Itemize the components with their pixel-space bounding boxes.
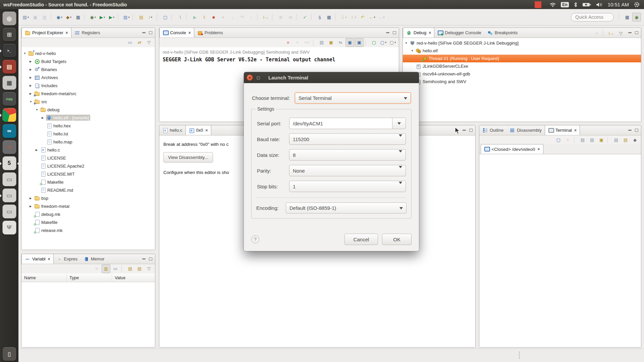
terminal-session-tab[interactable]: <Closed> /dev/video0 ×: [481, 144, 543, 154]
expand-arrow-icon[interactable]: ▶: [30, 84, 34, 87]
scroll-lock-button[interactable]: ▤: [578, 136, 587, 144]
restart-button[interactable]: i→: [262, 13, 270, 21]
scroll-lock-button[interactable]: ▣: [327, 38, 335, 47]
word-wrap-button[interactable]: ⇋: [336, 38, 345, 47]
tree-item[interactable]: ▶ ▣ freedom-metal/src: [21, 89, 155, 98]
restart-button[interactable]: i→: [607, 29, 616, 38]
tab-variables[interactable]: (x)= Variabl ×: [21, 254, 54, 264]
build-button[interactable]: ◆ ▾: [64, 13, 73, 21]
column-header[interactable]: Name: [21, 274, 67, 282]
dropdown-arrow-icon[interactable]: ▾: [355, 16, 356, 19]
maximize-button[interactable]: [635, 31, 638, 34]
resume-button[interactable]: ▶: [191, 13, 199, 21]
wifi-icon[interactable]: [549, 2, 556, 7]
save-button[interactable]: ▣: [31, 13, 40, 21]
field-combo[interactable]: 115200: [289, 133, 406, 145]
remove-all-terminated-button[interactable]: ×: [592, 29, 601, 38]
load-symbols-button[interactable]: §: [315, 13, 324, 21]
step-return-button[interactable]: ↑: [247, 13, 256, 21]
pin-editor-button[interactable]: ↧ ▾: [339, 13, 348, 21]
external-tools-button[interactable]: ▶ ▾: [107, 13, 116, 21]
terminal-settings-button[interactable]: ◆: [631, 136, 639, 144]
view-menu-button[interactable]: ▽: [616, 29, 625, 38]
tab-disassembly[interactable]: Disassembly: [506, 125, 545, 135]
new-button[interactable]: ▤ ▾: [21, 13, 30, 21]
expand-arrow-icon[interactable]: ▶: [36, 148, 40, 152]
close-icon[interactable]: ×: [48, 257, 50, 261]
debug-tree-item[interactable]: Semihosting and SWV: [403, 78, 641, 85]
field-combo[interactable]: 8: [289, 149, 406, 161]
tab-registers[interactable]: 1010 0101 Registers: [71, 28, 103, 38]
tree-item[interactable]: ◎ Makefile: [21, 178, 155, 186]
tree-item[interactable]: ▼ debug: [21, 106, 155, 114]
show-type-names-button[interactable]: ≡: [92, 264, 101, 273]
session-gear-icon[interactable]: [634, 1, 640, 8]
launcher-chrome[interactable]: [2, 108, 16, 122]
remove-launch-button[interactable]: ×: [293, 38, 302, 47]
ok-button[interactable]: OK: [382, 234, 412, 245]
clock[interactable]: 10:51 AM: [608, 2, 629, 7]
volume-icon[interactable]: [596, 2, 603, 7]
dropdown-arrow-icon[interactable]: ▾: [104, 16, 105, 19]
dropdown-arrow-icon[interactable]: ▾: [345, 16, 346, 19]
launcher-ubuntu-dash[interactable]: ◎: [2, 11, 16, 25]
combo-dropdown-button[interactable]: [392, 118, 406, 129]
dropdown-arrow-icon[interactable]: ▾: [70, 16, 71, 19]
tab-memory[interactable]: Memor: [80, 254, 107, 264]
search-button[interactable]: / ▾: [146, 13, 155, 21]
debug-button[interactable]: ◉ ▾: [89, 13, 97, 21]
tab-hello-c[interactable]: c hello.c: [159, 125, 185, 135]
dropdown-arrow-icon[interactable]: ▾: [95, 16, 96, 19]
tree-item[interactable]: ▶ bsp: [21, 194, 155, 202]
clear-terminal-button[interactable]: ▤: [588, 136, 596, 144]
tree-item[interactable]: ▶ c hello.c: [21, 146, 155, 154]
disconnect-terminal-button[interactable]: ×: [564, 136, 572, 144]
sash-handle[interactable]: [519, 352, 520, 359]
encoding-combo[interactable]: Default (ISO-8859-1): [286, 202, 407, 214]
display-selected-console-button[interactable]: ▢: [370, 38, 378, 47]
upload-button[interactable]: ◉ ▾: [55, 13, 64, 21]
step-over-button[interactable]: ↷: [237, 13, 246, 21]
choose-terminal-combo[interactable]: Serial Terminal: [295, 93, 411, 104]
tree-item[interactable]: LICENSE: [21, 154, 155, 162]
combo-dropdown-button[interactable]: [399, 184, 402, 189]
expand-arrow-icon[interactable]: ▼: [405, 42, 409, 45]
lock-button[interactable]: ▣: [597, 136, 606, 144]
remove-all-launches-button[interactable]: ××: [303, 38, 311, 47]
launcher-trash[interactable]: ▯: [2, 347, 16, 361]
close-icon[interactable]: ×: [538, 147, 540, 152]
tab-debugger-console[interactable]: Debugger Console: [434, 28, 484, 38]
open-console-button[interactable]: ▢ ▾: [379, 38, 388, 47]
tree-item[interactable]: ▶ Includes: [21, 81, 155, 89]
terminate-button[interactable]: ■: [209, 13, 218, 21]
instruction-stepping-button[interactable]: ≣: [276, 13, 285, 21]
debug-tree-item[interactable]: JLinkGDBServerCLExe: [403, 62, 641, 70]
close-icon[interactable]: ×: [65, 31, 68, 35]
tree-item[interactable]: ◎ Makefile: [21, 218, 155, 226]
bluetooth-icon[interactable]: [574, 2, 578, 8]
goto-annotation-button[interactable]: ↥ ▾: [349, 13, 358, 21]
tree-item[interactable]: hello.hex: [21, 122, 155, 130]
profile-button[interactable]: ▦: [325, 13, 333, 21]
combo-dropdown-button[interactable]: [399, 137, 402, 142]
dropdown-arrow-icon[interactable]: ▾: [128, 16, 129, 19]
view-menu-button[interactable]: ▽: [145, 38, 153, 47]
close-icon[interactable]: ×: [206, 128, 208, 133]
show-on-output-button[interactable]: ▣: [355, 38, 364, 47]
view-menu-button[interactable]: ▽: [145, 264, 153, 273]
expand-arrow-icon[interactable]: ▶: [30, 60, 34, 63]
quick-access-input[interactable]: Quick Access: [571, 13, 614, 21]
field-combo[interactable]: 1: [289, 181, 406, 192]
launcher-disk-1[interactable]: ▭: [2, 172, 16, 186]
step-into-button[interactable]: ↓: [228, 13, 237, 21]
maximize-button[interactable]: [393, 31, 396, 34]
tree-item[interactable]: ◎ release.mk: [21, 226, 155, 234]
console-view-button[interactable]: ▢: [161, 13, 170, 21]
dialog-restore-button[interactable]: [255, 75, 261, 80]
expand-arrow-icon[interactable]: ▶: [42, 116, 46, 119]
new-console-view-button[interactable]: ▢ ▾: [388, 38, 397, 47]
dropdown-arrow-icon[interactable]: ▾: [383, 16, 384, 19]
expand-arrow-icon[interactable]: ▶: [30, 68, 34, 71]
maximize-button[interactable]: [149, 257, 152, 260]
launcher-usb-drive[interactable]: Ψ: [2, 221, 16, 235]
